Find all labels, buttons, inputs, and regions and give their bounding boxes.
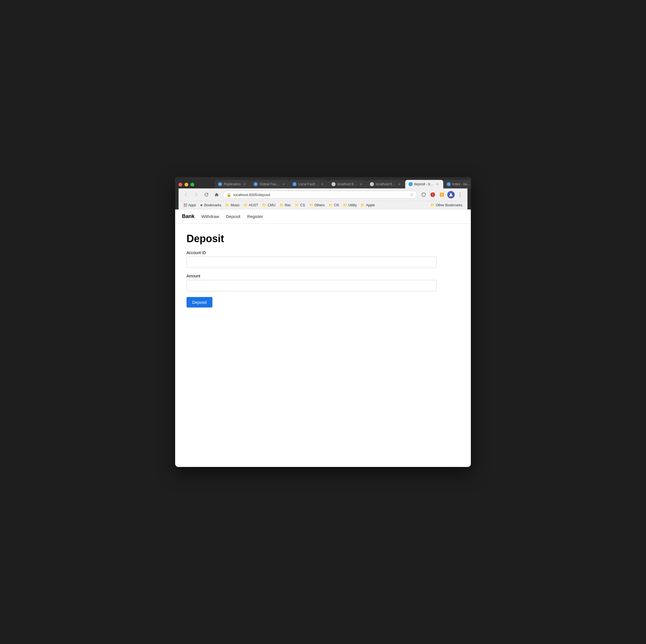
tab-close-button[interactable]: ✕ bbox=[320, 182, 325, 186]
secure-icon: 🔒 bbox=[227, 193, 231, 197]
amount-input[interactable] bbox=[187, 280, 437, 291]
tab-favicon bbox=[332, 182, 335, 186]
folder-icon: 📁 bbox=[343, 203, 347, 207]
folder-icon: 📁 bbox=[360, 203, 365, 207]
bookmark-other-bookmarks[interactable]: 📁 Other Bookmarks bbox=[429, 202, 464, 208]
bookmark-cmu[interactable]: 📁 CMU bbox=[260, 202, 277, 208]
tab-close-button[interactable]: ✕ bbox=[242, 182, 247, 186]
bookmark-rec[interactable]: 📁 Rec bbox=[278, 202, 293, 208]
bookmark-star-icon[interactable]: ☆ bbox=[410, 192, 414, 197]
tab-label: index - ba… bbox=[452, 182, 471, 186]
star-icon: ★ bbox=[200, 203, 203, 207]
account-id-group: Account ID bbox=[187, 250, 459, 268]
tab-index[interactable]: index - ba… ✕ bbox=[443, 180, 471, 188]
app-nav: Bank Withdraw Deposit Register bbox=[175, 210, 471, 224]
title-bar: Replication ✕ Global Fau… ✕ Local Fault…… bbox=[175, 177, 471, 210]
deposit-submit-button[interactable]: Deposit bbox=[187, 297, 212, 307]
tab-favicon bbox=[447, 182, 451, 186]
account-id-input[interactable] bbox=[187, 257, 437, 268]
tab-favicon bbox=[370, 182, 374, 186]
nav-register[interactable]: Register bbox=[247, 214, 263, 219]
traffic-lights bbox=[179, 182, 194, 186]
nav-actions: ! Y bbox=[420, 191, 464, 199]
address-bar[interactable]: 🔒 localhost:8005/deposit ☆ bbox=[223, 191, 417, 199]
user-avatar bbox=[447, 191, 455, 199]
folder-icon: 📁 bbox=[329, 203, 333, 207]
tab-label: localhost:8… bbox=[337, 182, 357, 186]
bookmark-apps[interactable]: Apps bbox=[182, 202, 198, 208]
svg-text:!: ! bbox=[432, 193, 433, 197]
account-id-label: Account ID bbox=[187, 250, 459, 255]
tab-favicon bbox=[218, 182, 222, 186]
bookmark-label: Apps bbox=[188, 203, 196, 207]
home-button[interactable] bbox=[213, 191, 221, 199]
tab-deposit[interactable]: deposit - b… ✕ bbox=[405, 180, 443, 188]
tabs-row: Replication ✕ Global Fau… ✕ Local Fault…… bbox=[215, 180, 471, 188]
bookmark-apple[interactable]: 📁 Apple bbox=[359, 202, 376, 208]
bookmark-label: CS bbox=[300, 203, 305, 207]
app-brand: Bank bbox=[182, 214, 195, 220]
tab-close-button[interactable]: ✕ bbox=[358, 182, 363, 186]
bookmark-label: Music bbox=[231, 203, 239, 207]
nav-deposit[interactable]: Deposit bbox=[226, 214, 240, 219]
tab-close-button[interactable]: ✕ bbox=[281, 182, 286, 186]
maximize-button[interactable] bbox=[191, 183, 194, 186]
avatar-button[interactable] bbox=[447, 191, 455, 199]
bookmark-utility[interactable]: 📁 Utility bbox=[341, 202, 358, 208]
bookmark-cn[interactable]: 📁 CN bbox=[327, 202, 341, 208]
bookmark-label: CMU bbox=[267, 203, 275, 207]
menu-button[interactable] bbox=[456, 191, 464, 199]
forward-button[interactable] bbox=[192, 191, 200, 199]
bookmark-label: Others bbox=[314, 203, 325, 207]
address-text: localhost:8005/deposit bbox=[233, 193, 408, 197]
minimize-button[interactable] bbox=[185, 183, 188, 186]
svg-point-6 bbox=[460, 195, 460, 195]
page-content: Bank Withdraw Deposit Register Deposit A… bbox=[175, 210, 471, 467]
refresh-button[interactable] bbox=[202, 191, 210, 199]
main-content: Deposit Account ID Amount Deposit bbox=[175, 224, 471, 316]
tab-favicon bbox=[254, 182, 257, 186]
tab-replication[interactable]: Replication ✕ bbox=[215, 180, 250, 188]
bookmark-bookmarks[interactable]: ★ Bookmarks bbox=[198, 202, 223, 208]
svg-point-5 bbox=[460, 193, 460, 193]
shield-icon-button[interactable] bbox=[420, 191, 428, 199]
tab-label: Replication bbox=[224, 182, 240, 186]
bookmark-label: CN bbox=[334, 203, 339, 207]
tab-label: localhost:8… bbox=[375, 182, 395, 186]
bookmark-label: Utility bbox=[348, 203, 356, 207]
tab-label: Global Fau… bbox=[259, 182, 280, 186]
tab-favicon bbox=[409, 182, 413, 186]
bookmark-music[interactable]: 📁 Music bbox=[223, 202, 241, 208]
close-button[interactable] bbox=[179, 183, 182, 186]
bookmark-hust[interactable]: 📁 HUST bbox=[242, 202, 260, 208]
bookmark-label: Other Bookmarks bbox=[436, 203, 462, 207]
nav-bar: 🔒 localhost:8005/deposit ☆ ! Y bbox=[179, 188, 467, 201]
extension-yellow-icon-button[interactable]: Y bbox=[438, 191, 446, 199]
tab-globalfault[interactable]: Global Fau… ✕ bbox=[250, 180, 289, 188]
tab-favicon bbox=[293, 182, 297, 186]
folder-icon: 📁 bbox=[262, 203, 266, 207]
bookmark-others[interactable]: 📁 Others bbox=[307, 202, 326, 208]
extension-red-icon-button[interactable]: ! bbox=[429, 191, 437, 199]
page-title: Deposit bbox=[187, 233, 459, 245]
tab-localhost8b[interactable]: localhost:8… ✕ bbox=[366, 180, 405, 188]
tab-localhost8[interactable]: localhost:8… ✕ bbox=[328, 180, 366, 188]
apps-grid-icon bbox=[184, 204, 187, 207]
tab-label: Local Fault… bbox=[298, 182, 318, 186]
back-button[interactable] bbox=[182, 191, 190, 199]
amount-label: Amount bbox=[187, 274, 459, 278]
folder-icon: 📁 bbox=[280, 203, 284, 207]
svg-text:Y: Y bbox=[441, 193, 443, 197]
tab-localfault[interactable]: Local Fault… ✕ bbox=[289, 180, 328, 188]
folder-icon: 📁 bbox=[295, 203, 299, 207]
tab-close-button[interactable]: ✕ bbox=[435, 182, 440, 186]
bookmarks-bar: Apps ★ Bookmarks 📁 Music 📁 HUST 📁 CMU � bbox=[179, 201, 467, 210]
bookmark-label: HUST bbox=[249, 203, 258, 207]
folder-icon: 📁 bbox=[225, 203, 229, 207]
folder-icon: 📁 bbox=[244, 203, 248, 207]
folder-icon: 📁 bbox=[430, 203, 435, 207]
tab-close-button[interactable]: ✕ bbox=[397, 182, 402, 186]
bookmark-label: Rec bbox=[285, 203, 291, 207]
nav-withdraw[interactable]: Withdraw bbox=[201, 214, 219, 219]
bookmark-cs[interactable]: 📁 CS bbox=[293, 202, 307, 208]
